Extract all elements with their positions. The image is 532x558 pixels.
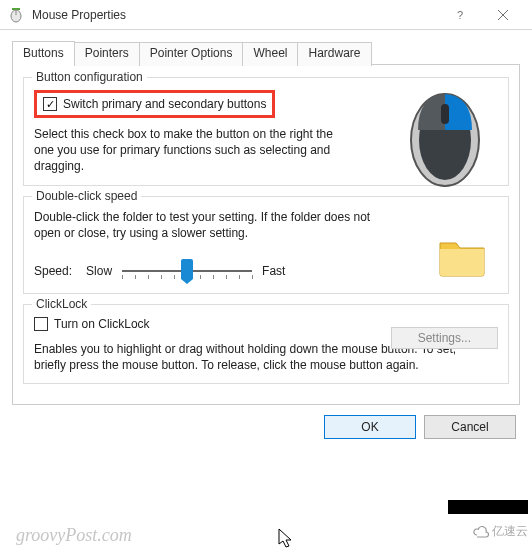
ok-button[interactable]: OK [324,415,416,439]
mouse-illustration [400,80,490,190]
tab-pointer-options[interactable]: Pointer Options [139,42,244,66]
legend-clicklock: ClickLock [32,297,91,311]
cancel-button[interactable]: Cancel [424,415,516,439]
group-clicklock: ClickLock Turn on ClickLock Settings... … [23,304,509,384]
speed-slider[interactable] [122,259,252,283]
tab-pointers[interactable]: Pointers [74,42,140,66]
watermark: groovyPost.com [16,525,132,546]
close-button[interactable] [482,0,524,29]
titlebar: Mouse Properties ? [0,0,532,30]
watermark-2: 亿速云 [473,523,528,540]
tab-buttons[interactable]: Buttons [12,41,75,65]
double-click-desc: Double-click the folder to test your set… [34,209,374,241]
tab-hardware[interactable]: Hardware [297,42,371,66]
clicklock-checkbox[interactable] [34,317,48,331]
switch-buttons-label: Switch primary and secondary buttons [63,97,266,111]
slow-label: Slow [86,264,112,278]
svg-line-3 [498,10,508,20]
legend-double-click: Double-click speed [32,189,141,203]
switch-buttons-checkbox[interactable] [43,97,57,111]
redaction-bar [448,500,528,514]
switch-buttons-highlight: Switch primary and secondary buttons [34,90,275,118]
tab-wheel[interactable]: Wheel [242,42,298,66]
clicklock-label: Turn on ClickLock [54,317,150,331]
group-button-config: Button configuration Switch primary and … [23,77,509,186]
tab-strip: Buttons Pointers Pointer Options Wheel H… [12,40,520,65]
folder-test-icon[interactable] [438,235,486,277]
cursor-icon [278,528,296,554]
group-double-click: Double-click speed Double-click the fold… [23,196,509,294]
clicklock-settings-button: Settings... [391,327,498,349]
fast-label: Fast [262,264,285,278]
help-button[interactable]: ? [440,0,482,29]
svg-rect-7 [441,104,449,124]
mouse-app-icon [8,7,24,23]
speed-row: Speed: Slow Fast [34,259,498,283]
window-title: Mouse Properties [32,8,440,22]
switch-buttons-desc: Select this check box to make the button… [34,126,344,175]
dialog-buttons: OK Cancel [0,405,532,449]
speed-label: Speed: [34,264,72,278]
svg-text:?: ? [457,10,463,20]
legend-button-config: Button configuration [32,70,147,84]
tab-panel-buttons: Button configuration Switch primary and … [12,65,520,405]
svg-line-4 [498,10,508,20]
